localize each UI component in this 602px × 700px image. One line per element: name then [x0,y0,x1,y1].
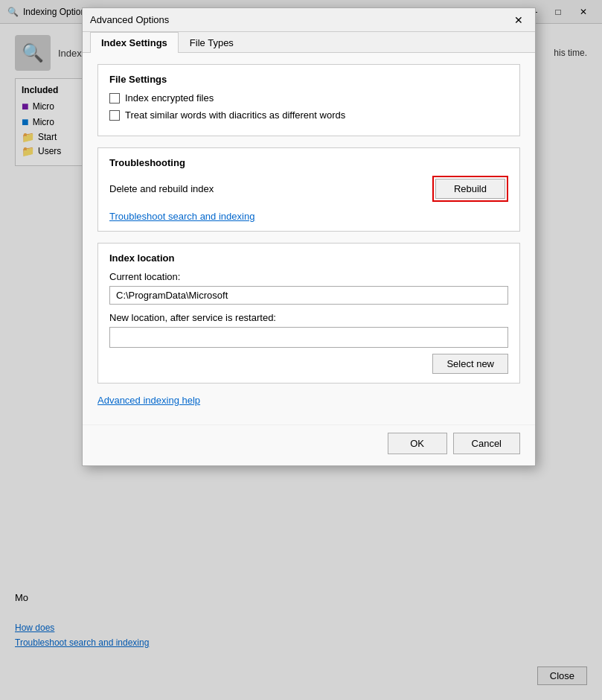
select-new-row: Select new [109,354,508,374]
current-location-value: C:\ProgramData\Microsoft [109,286,508,305]
delete-rebuild-label: Delete and rebuild index [109,183,214,194]
troubleshooting-section: Troubleshooting Delete and rebuild index… [97,147,520,232]
dialog-titlebar: Advanced Options ✕ [83,8,535,32]
tab-file-types[interactable]: File Types [179,32,245,53]
dialog-footer: OK Cancel [83,424,535,465]
rebuild-btn-wrapper: Rebuild [432,176,508,202]
dialog-body: File Settings Index encrypted files Trea… [83,53,535,424]
dialog-tabs: Index Settings File Types [83,32,535,53]
new-location-input[interactable] [109,327,508,348]
select-new-btn[interactable]: Select new [432,354,508,374]
checkbox-diacritics-label: Treat similar words with diacritics as d… [125,109,345,121]
cancel-btn[interactable]: Cancel [453,433,520,454]
troubleshoot-row: Delete and rebuild index Rebuild [109,176,508,202]
tab-index-settings[interactable]: Index Settings [90,32,179,53]
dialog-close-btn[interactable]: ✕ [510,11,528,29]
troubleshooting-label: Troubleshooting [109,157,508,168]
new-location-label: New location, after service is restarted… [109,312,508,323]
advanced-options-dialog: Advanced Options ✕ Index Settings File T… [82,7,536,466]
checkbox-row-encrypt: Index encrypted files [109,92,508,104]
index-location-title: Index location [109,252,508,264]
advanced-indexing-help-link[interactable]: Advanced indexing help [97,395,200,406]
advanced-help-row: Advanced indexing help [97,395,520,406]
ok-btn[interactable]: OK [388,433,447,454]
checkbox-diacritics[interactable] [109,110,120,121]
file-settings-label: File Settings [109,74,508,85]
file-settings-section: File Settings Index encrypted files Trea… [97,64,520,136]
checkbox-row-diacritics: Treat similar words with diacritics as d… [109,109,508,121]
dialog-title: Advanced Options [90,14,169,25]
rebuild-btn[interactable]: Rebuild [435,179,505,199]
troubleshoot-search-link[interactable]: Troubleshoot search and indexing [109,211,254,222]
index-location-section: Index location Current location: C:\Prog… [97,243,520,384]
checkbox-encrypt-label: Index encrypted files [125,92,214,104]
checkbox-encrypt[interactable] [109,93,120,104]
current-location-label: Current location: [109,271,508,282]
